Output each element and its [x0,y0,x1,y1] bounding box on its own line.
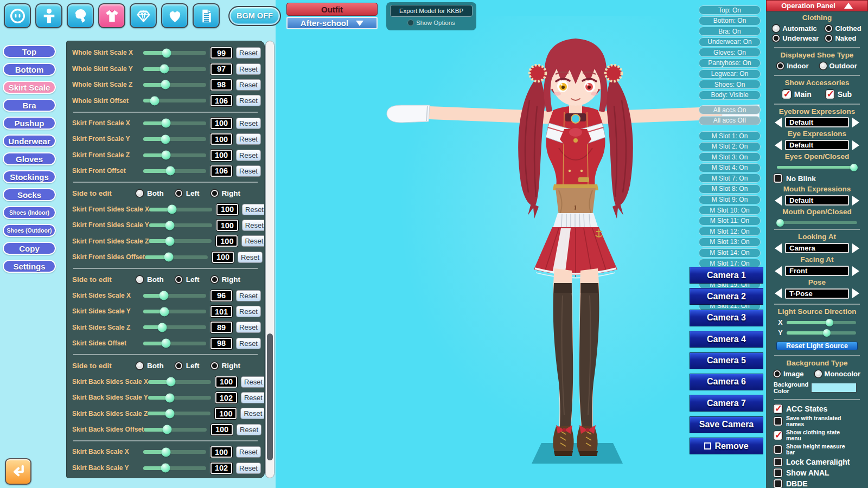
selector-value[interactable]: Front [785,266,849,276]
option-checkbox-row[interactable]: Show height measure bar [774,444,850,455]
slider-value-box[interactable]: 106 [210,95,232,106]
slider-knob[interactable] [166,377,175,387]
option-checkbox-row[interactable]: Show ANAL [774,468,850,477]
m-slot-toggle-button[interactable]: M Slot 10: On [699,206,761,215]
slider-track[interactable] [145,255,208,259]
accessory-tab-button[interactable] [130,3,157,28]
reset-button[interactable]: Reset [236,338,261,349]
slider-value-box[interactable]: 106 [210,165,232,177]
hair-tab-button[interactable] [67,3,94,28]
reset-button[interactable]: Reset [236,47,261,59]
background-color-swatch[interactable] [811,383,857,393]
slider-value-box[interactable]: 89 [210,322,232,333]
selector-value[interactable]: Default [785,195,849,206]
visibility-toggle-button[interactable]: Top: On [699,5,761,15]
accessory-checkbox-option[interactable]: Sub [826,90,852,99]
slider-knob[interactable] [165,236,174,246]
slider-value-box[interactable]: 102 [215,392,237,403]
reset-button[interactable]: Reset [241,376,265,388]
slider-track[interactable] [148,380,211,384]
selector-value[interactable]: Default [785,117,849,127]
slider-value-box[interactable]: 100 [216,204,238,215]
background-radio-option[interactable]: Monocolor [815,370,860,378]
reset-button[interactable]: Reset [236,165,261,177]
slider-track[interactable] [149,208,212,211]
side-radio-option[interactable]: Right [211,189,241,197]
slider-knob[interactable] [165,409,175,418]
slider-knob[interactable] [161,151,170,160]
reset-button[interactable]: Reset [238,252,263,263]
slider-track[interactable] [143,310,206,313]
slider-value-box[interactable]: 100 [211,424,233,435]
panel-scrollbar[interactable] [265,41,275,478]
side-radio-option[interactable]: Both [136,362,164,370]
slider-value-box[interactable]: 102 [210,463,232,474]
side-radio-option[interactable]: Right [211,275,241,284]
side-radio-option[interactable]: Left [175,362,200,370]
slider-knob[interactable] [161,339,170,348]
camera-button[interactable]: Camera 2 [690,288,763,305]
side-radio-option[interactable]: Both [136,275,164,284]
slider-knob[interactable] [159,291,169,300]
side-radio-option[interactable]: Left [175,275,200,284]
m-slot-toggle-button[interactable]: M Slot 14: On [699,248,761,258]
return-button[interactable] [5,458,31,485]
sidebar-category-button[interactable]: Bra [3,99,56,112]
reset-button[interactable]: Reset [236,63,261,75]
m-slot-toggle-button[interactable]: M Slot 8: On [699,184,761,194]
m-slot-toggle-button[interactable]: M Slot 11: On [699,216,761,226]
slider-knob[interactable] [161,80,170,89]
slider-value-box[interactable]: 100 [212,252,234,263]
slider-track[interactable] [143,325,206,329]
mouth-open-slider[interactable] [777,221,857,224]
reset-button[interactable]: Reset [241,235,265,247]
notes-tab-button[interactable] [193,3,220,28]
option-checkbox-row[interactable]: Show clothing state menu [774,429,850,441]
light-direction-slider[interactable] [787,331,856,335]
camera-button[interactable]: Camera 5 [690,352,763,369]
sidebar-category-button[interactable]: Stockings [3,170,56,183]
m-slot-toggle-button[interactable]: M Slot 12: On [699,227,761,236]
slider-knob[interactable] [165,221,175,230]
slider-knob[interactable] [850,164,858,171]
slider-value-box[interactable]: 100 [210,150,232,161]
operation-panel-header[interactable]: Operation Panel [766,0,868,11]
slider-value-box[interactable]: 99 [210,47,232,59]
side-radio-option[interactable]: Both [136,189,164,197]
camera-button[interactable]: Camera 1 [690,267,763,284]
all-accs-toggle-button[interactable]: All accs Off [699,116,761,125]
m-slot-toggle-button[interactable]: M Slot 2: On [699,142,761,151]
slider-knob[interactable] [161,134,170,144]
eyes-open-slider[interactable] [777,166,857,169]
show-options-toggle[interactable] [407,20,414,26]
light-direction-slider[interactable] [787,321,856,324]
prev-arrow-icon[interactable] [775,243,782,253]
m-slot-toggle-button[interactable]: M Slot 9: On [699,195,761,204]
slider-value-box[interactable]: 100 [210,133,232,145]
selector-value[interactable]: Default [785,140,849,150]
reset-button[interactable]: Reset [241,392,265,403]
slider-knob[interactable] [826,319,833,326]
slider-track[interactable] [143,169,206,173]
m-slot-toggle-button[interactable]: M Slot 4: On [699,163,761,172]
clothing-radio-option[interactable]: Automatic [773,24,819,33]
reset-button[interactable]: Reset [236,150,261,161]
prev-arrow-icon[interactable] [775,288,782,298]
camera-button[interactable]: Camera 7 [690,395,763,412]
slider-track[interactable] [143,294,206,298]
selector-value[interactable]: Camera [785,243,849,253]
reset-button[interactable]: Reset [242,220,265,231]
shoe-type-radio-option[interactable]: Outdoor [820,62,857,70]
option-checkbox-row[interactable]: DBDE [774,479,850,488]
reset-button[interactable]: Reset [236,446,261,458]
visibility-toggle-button[interactable]: Legwear: On [699,69,761,79]
sidebar-category-button[interactable]: Top [3,45,56,58]
selector-value[interactable]: T-Pose [785,288,849,299]
sidebar-category-button[interactable]: Shoes (Indoor) [3,206,56,219]
slider-knob[interactable] [161,464,170,473]
slider-knob[interactable] [160,307,169,316]
next-arrow-icon[interactable] [852,266,859,276]
slider-value-box[interactable]: 100 [210,118,232,129]
export-model-button[interactable]: Export Model for KKBP [390,5,473,17]
visibility-toggle-button[interactable]: Shoes: On [699,80,761,89]
